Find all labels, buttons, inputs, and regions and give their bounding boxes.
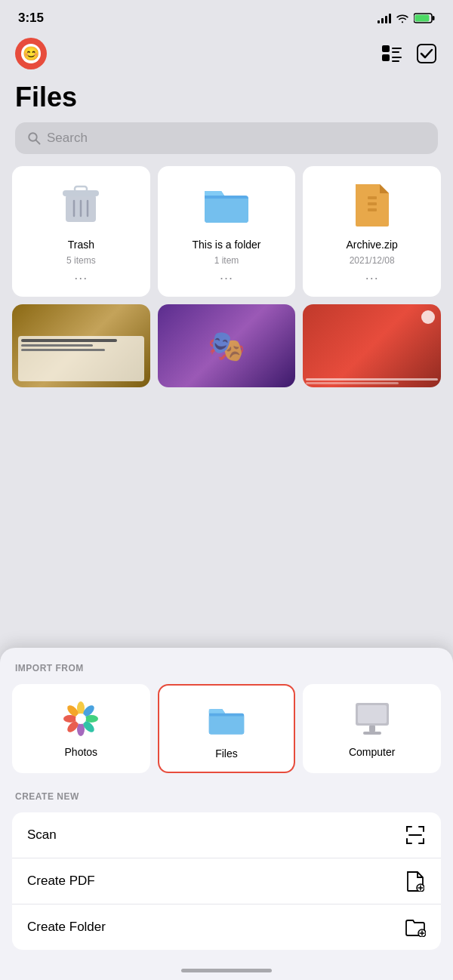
pdf-label: Create PDF xyxy=(27,874,95,889)
file-menu-folder[interactable]: ··· xyxy=(220,270,233,286)
search-icon xyxy=(27,131,41,145)
create-item-folder[interactable]: Create Folder xyxy=(12,904,441,950)
create-pdf-icon xyxy=(405,871,426,892)
file-name-folder: This is a folder xyxy=(192,239,260,251)
file-card-folder[interactable]: This is a folder 1 item ··· xyxy=(158,166,296,297)
import-card-photos[interactable]: Photos xyxy=(12,684,150,773)
import-row: Photos Files xyxy=(12,684,441,773)
search-placeholder: Search xyxy=(47,131,88,146)
svg-rect-20 xyxy=(368,208,377,211)
file-name-archive: Archive.zip xyxy=(346,239,397,251)
import-card-files[interactable]: Files xyxy=(158,684,296,773)
create-section-label: CREATE NEW xyxy=(12,791,441,802)
file-card-thumb-2[interactable]: 🎭 xyxy=(158,304,296,387)
create-item-pdf[interactable]: Create PDF xyxy=(12,858,441,904)
create-item-scan[interactable]: Scan xyxy=(12,812,441,858)
search-bar[interactable]: Search xyxy=(15,122,438,154)
battery-icon xyxy=(414,13,435,23)
file-card-trash[interactable]: Trash 5 items ··· xyxy=(12,166,150,297)
import-label-files: Files xyxy=(215,747,238,760)
import-card-computer[interactable]: Computer xyxy=(303,684,441,773)
nav-right xyxy=(381,42,438,65)
status-bar: 3:15 xyxy=(0,0,453,32)
photos-icon xyxy=(61,699,100,738)
svg-rect-9 xyxy=(418,45,436,63)
file-menu-trash[interactable]: ··· xyxy=(74,270,88,286)
scan-label: Scan xyxy=(27,827,57,843)
page-title: Files xyxy=(0,79,453,122)
svg-rect-4 xyxy=(382,54,390,61)
zip-icon xyxy=(346,178,399,231)
create-list: Scan Create PDF xyxy=(12,812,441,950)
grid-view-icon[interactable] xyxy=(381,42,403,65)
import-label-computer: Computer xyxy=(349,746,395,758)
svg-line-11 xyxy=(36,140,40,144)
import-label-photos: Photos xyxy=(65,746,98,758)
svg-rect-19 xyxy=(368,202,377,205)
file-name-trash: Trash xyxy=(68,239,94,251)
svg-rect-33 xyxy=(369,726,375,732)
file-meta-folder: 1 item xyxy=(214,255,239,266)
app-logo-inner: 😊 xyxy=(21,44,41,63)
checkbox-icon[interactable] xyxy=(415,42,438,65)
file-grid: Trash 5 items ··· This is a folder 1 ite… xyxy=(0,166,453,297)
file-meta-trash: 5 items xyxy=(66,255,96,266)
trash-icon xyxy=(54,178,107,231)
svg-point-30 xyxy=(76,713,86,724)
file-meta-archive: 2021/12/08 xyxy=(350,255,395,266)
svg-rect-7 xyxy=(392,57,402,58)
create-folder-icon xyxy=(405,917,426,938)
svg-rect-18 xyxy=(368,196,377,199)
file-card-thumb-3[interactable] xyxy=(303,304,441,387)
svg-rect-5 xyxy=(392,48,402,49)
file-card-thumb-1[interactable] xyxy=(12,304,150,387)
svg-rect-2 xyxy=(415,15,430,22)
home-indicator xyxy=(181,969,272,972)
svg-rect-32 xyxy=(358,705,387,723)
files-folder-icon xyxy=(207,701,246,740)
folder-label: Create Folder xyxy=(27,920,106,935)
svg-rect-1 xyxy=(433,16,435,20)
wifi-icon xyxy=(396,13,409,23)
file-card-archive[interactable]: Archive.zip 2021/12/08 ··· xyxy=(303,166,441,297)
svg-rect-14 xyxy=(75,186,87,192)
computer-icon xyxy=(353,699,392,738)
import-section-label: IMPORT FROM xyxy=(12,663,441,673)
top-nav: 😊 xyxy=(0,32,453,79)
svg-rect-3 xyxy=(382,45,390,52)
signal-icon xyxy=(378,13,391,23)
folder-icon xyxy=(200,178,253,231)
status-time: 3:15 xyxy=(18,11,44,26)
svg-rect-34 xyxy=(363,732,381,735)
file-menu-archive[interactable]: ··· xyxy=(365,270,379,286)
svg-rect-8 xyxy=(392,60,399,62)
file-grid-row2: 🎭 xyxy=(0,304,453,387)
scan-icon xyxy=(405,824,426,846)
bottom-sheet: IMPORT FROM Photo xyxy=(0,648,453,980)
app-logo[interactable]: 😊 xyxy=(15,38,47,69)
svg-rect-6 xyxy=(392,51,399,53)
status-icons xyxy=(378,13,435,23)
